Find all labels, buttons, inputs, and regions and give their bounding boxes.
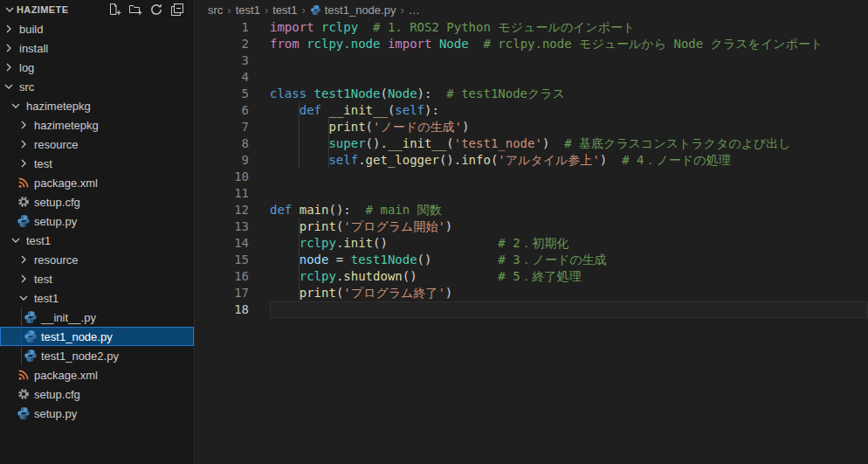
code-line-5[interactable]: class test1Node(Node): # test1Nodeクラス (270, 86, 868, 102)
breadcrumb-item--[interactable]: … (409, 3, 420, 17)
tree-item-build[interactable]: build (0, 19, 194, 38)
new-file-icon[interactable] (107, 2, 122, 17)
python-file-icon (24, 329, 38, 343)
token-type: test1Node (351, 253, 417, 267)
code-line-15[interactable]: node = test1Node() # 3．ノードの生成 (270, 252, 868, 268)
tree-item-setup.cfg[interactable]: setup.cfg (0, 192, 194, 211)
code-line-row-12: 12def main(): # main 関数 (195, 202, 868, 218)
line-number[interactable]: 12 (195, 202, 270, 218)
code-line-4[interactable] (270, 69, 868, 86)
token-str: 'test1_node' (454, 136, 542, 150)
tree-item-install[interactable]: install (0, 38, 194, 58)
line-number[interactable]: 9 (195, 152, 270, 169)
line-number[interactable]: 18 (195, 301, 270, 318)
tree-item-setup.py[interactable]: setup.py (0, 404, 194, 423)
token-type: super (328, 136, 365, 150)
code-line-8[interactable]: super().__init__('test1_node') # 基底クラスコン… (270, 135, 868, 152)
breadcrumb-item-src[interactable]: src (208, 3, 223, 17)
token-pun (270, 286, 300, 300)
new-folder-icon[interactable] (127, 2, 143, 17)
tree-item-hazimetepkg[interactable]: hazimetepkg (0, 115, 194, 135)
tree-item-test[interactable]: test (0, 154, 194, 173)
code-line-14[interactable]: rclpy.init() # 2．初期化 (270, 235, 868, 252)
code-line-11[interactable] (270, 185, 868, 202)
tree-item-test1_node.py[interactable]: test1_node.py (0, 327, 194, 346)
refresh-icon[interactable] (148, 2, 164, 17)
token-com: # 3．ノードの生成 (431, 253, 606, 267)
tree-item-src[interactable]: src (0, 77, 194, 96)
code-area[interactable]: 1import rclpy # 1. ROS2 Python モジュールのインポ… (195, 19, 868, 464)
chevron-right-icon (2, 41, 16, 55)
breadcrumb: src›test1›test1›test1_node.py›… (195, 0, 868, 19)
token-kw: import (388, 37, 432, 51)
code-line-row-10: 10 (195, 169, 868, 185)
code-line-16[interactable]: rclpy.shutdown() # 5．終了処理 (270, 268, 868, 285)
code-line-12[interactable]: def main(): # main 関数 (270, 202, 868, 218)
tree-item-label: install (19, 42, 48, 55)
python-file-icon (24, 310, 38, 324)
tree-item-package.xml[interactable]: package.xml (0, 365, 194, 384)
tree-item-label: test1_node.py (41, 330, 113, 343)
line-number[interactable]: 17 (195, 285, 270, 301)
line-number[interactable]: 11 (195, 185, 270, 202)
line-number[interactable]: 10 (195, 169, 270, 185)
breadcrumb-item-test1[interactable]: test1 (236, 3, 260, 17)
collapse-all-icon[interactable] (169, 2, 185, 17)
line-number[interactable]: 2 (195, 36, 270, 52)
code-line-row-15: 15 node = test1Node() # 3．ノードの生成 (195, 252, 868, 268)
line-number[interactable]: 16 (195, 268, 270, 285)
code-line-row-5: 5class test1Node(Node): # test1Nodeクラス (195, 86, 868, 102)
code-line-9[interactable]: self.get_logger().info('アルタイル参上') # 4．ノー… (270, 152, 868, 169)
tree-item-test1_node2.py[interactable]: test1_node2.py (0, 346, 194, 365)
code-line-2[interactable]: from rclpy.node import Node # rclpy.node… (270, 36, 868, 52)
code-line-row-8: 8 super().__init__('test1_node') # 基底クラス… (195, 135, 868, 152)
code-line-6[interactable]: def __init__(self): (270, 102, 868, 119)
code-line-7[interactable]: print('ノードの生成') (270, 119, 868, 135)
code-line-10[interactable] (270, 169, 868, 185)
breadcrumb-separator: › (400, 3, 403, 17)
line-number[interactable]: 1 (195, 19, 270, 36)
tree-item-resource[interactable]: resource (0, 250, 194, 269)
line-number[interactable]: 8 (195, 135, 270, 152)
code-line-row-7: 7 print('ノードの生成') (195, 119, 868, 135)
tree-item-resource[interactable]: resource (0, 135, 194, 154)
tree-item-package.xml[interactable]: package.xml (0, 173, 194, 192)
file-tree: buildinstalllogsrchazimetepkghazimetepkg… (0, 19, 194, 423)
explorer-folder-header[interactable]: HAZIMETE (0, 0, 194, 19)
tree-item-test1[interactable]: test1 (0, 288, 194, 308)
code-line-3[interactable] (270, 52, 868, 69)
breadcrumb-item-test1_node.py[interactable]: test1_node.py (310, 3, 396, 17)
line-number[interactable]: 13 (195, 218, 270, 235)
token-pun (314, 20, 321, 34)
tree-item-setup.cfg[interactable]: setup.cfg (0, 384, 194, 404)
line-number[interactable]: 3 (195, 52, 270, 69)
code-line-18[interactable] (270, 301, 868, 318)
tree-item-setup.py[interactable]: setup.py (0, 211, 194, 231)
tree-item-log[interactable]: log (0, 58, 194, 77)
line-number[interactable]: 5 (195, 86, 270, 102)
python-file-icon (24, 349, 38, 363)
token-pun (270, 103, 300, 117)
token-com: # 5．終了処理 (417, 269, 582, 283)
tree-item-label: hazimetepkg (26, 100, 91, 113)
tree-item-__init__.py[interactable]: __init__.py (0, 308, 194, 327)
tree-item-hazimetepkg[interactable]: hazimetepkg (0, 96, 194, 115)
breadcrumb-item-test1[interactable]: test1 (272, 3, 297, 17)
code-line-17[interactable]: print('プログラム終了') (270, 285, 868, 301)
tree-item-test[interactable]: test (0, 269, 194, 288)
breadcrumb-label: test1 (236, 3, 260, 17)
chevron-right-icon (17, 272, 31, 286)
tree-item-test1[interactable]: test1 (0, 231, 194, 250)
line-number[interactable]: 14 (195, 235, 270, 252)
token-pun: () (403, 269, 417, 283)
line-number[interactable]: 6 (195, 102, 270, 119)
code-line-1[interactable]: import rclpy # 1. ROS2 Python モジュールのインポー… (270, 19, 868, 36)
chevron-down-icon (9, 99, 23, 113)
line-number[interactable]: 7 (195, 119, 270, 135)
code-line-13[interactable]: print('プログラム開始') (270, 218, 868, 235)
tree-item-label: setup.py (34, 215, 77, 228)
tree-item-label: log (19, 61, 34, 74)
editor-pane: src›test1›test1›test1_node.py›… 1import … (195, 0, 868, 464)
line-number[interactable]: 15 (195, 252, 270, 268)
line-number[interactable]: 4 (195, 69, 270, 86)
